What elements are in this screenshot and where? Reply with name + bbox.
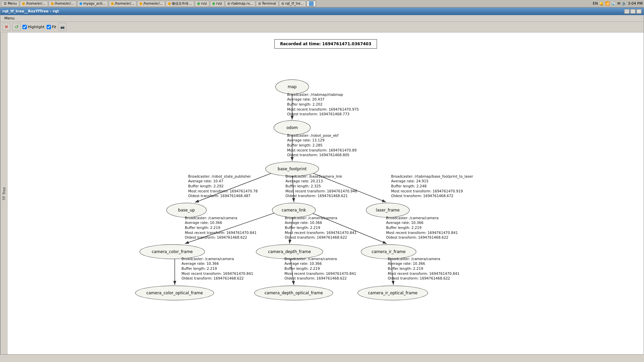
terminal-dot <box>258 2 261 5</box>
bell-icon: 🔔 <box>599 1 604 6</box>
wechat-label: 微信文件传... <box>172 1 192 6</box>
systray: EN 🔔 📶 📡 ✉ 🔊 3:04 PM <box>593 1 643 6</box>
rviz-dot <box>197 2 200 5</box>
file-label: /home/er/... <box>143 2 163 5</box>
rqt-dot <box>281 2 284 5</box>
myagv-dot <box>79 2 82 5</box>
file-dot <box>51 2 54 5</box>
myagv-label: myagv_acti... <box>83 2 106 5</box>
toolbar: ✕ ↺ Highlight Fit 📷 <box>0 22 644 33</box>
highlight-checkbox[interactable] <box>22 25 27 29</box>
rtabmap-label: rtabmap.rv... <box>231 2 253 5</box>
mail-icon: ✉ <box>617 1 620 6</box>
taskbar-rviz1[interactable]: rviz <box>195 1 209 7</box>
info-camera-depth: Broadcaster: /camera/camera Average rate… <box>285 216 357 240</box>
file-dot <box>22 2 25 5</box>
close-button[interactable]: ✕ <box>636 9 642 14</box>
reload-button[interactable]: ↺ <box>12 23 20 31</box>
file-label: /home/er/... <box>26 2 45 5</box>
taskbar-rqt1[interactable]: rqt_tf_tre... <box>279 1 306 7</box>
node-camera-depth-optical-frame[interactable]: camera_depth_optical_frame <box>254 286 333 300</box>
tf-canvas: Recorded at time: 1694761471.0367403 map… <box>74 33 577 334</box>
app-body: TF Tree <box>0 33 644 354</box>
highlight-checkbox-label[interactable]: Highlight <box>22 25 45 29</box>
fit-checkbox-label[interactable]: Fit <box>47 25 56 29</box>
node-odom-label: odom <box>286 125 298 130</box>
info-depth-optical: Broadcaster: /camera/camera Average rate… <box>284 256 356 281</box>
fit-checkbox[interactable] <box>47 25 51 29</box>
menubar: Menu <box>0 15 644 22</box>
file-dot <box>140 2 142 5</box>
minimize-button[interactable]: _ <box>624 9 630 14</box>
info-color-optical: Broadcaster: /camera/camera Average rate… <box>181 256 253 281</box>
snapshot-button[interactable]: 📷 <box>58 23 66 31</box>
window-controls: _ □ ✕ <box>624 9 642 14</box>
node-camera-color-frame-label: camera_color_frame <box>152 249 193 254</box>
window-titlebar: rqt_tf_tree__RosTfTree - rqt _ □ ✕ <box>0 8 644 15</box>
info-base-baseup: Broadcaster: /robot_state_publisher Aver… <box>188 174 258 198</box>
node-base-footprint-label: base_footprint <box>278 167 307 171</box>
menu-label: Menu <box>8 2 17 5</box>
node-camera-ir-optical-frame-label: camera_ir_optical_frame <box>368 291 417 295</box>
node-base-up-label: base_up <box>178 208 195 213</box>
taskbar: ☰ Menu /home/er/... /home/er/... myagv_a… <box>0 0 644 7</box>
rviz-label: rviz <box>216 2 222 5</box>
stop-button[interactable]: ✕ <box>2 23 10 31</box>
info-base-laser: Broadcaster: /rtabmap/base_footprint_to_… <box>391 174 473 198</box>
node-map-label: map <box>288 84 297 89</box>
rqt-label: rqt_tf_tre... <box>285 2 304 5</box>
taskbar-file3[interactable]: /home/er/... <box>109 1 137 7</box>
wechat-dot <box>168 2 171 5</box>
taskbar-myagv[interactable]: myagv_acti... <box>77 1 108 7</box>
file-label: /home/er/... <box>115 2 134 5</box>
terminal-label: Terminal <box>262 2 276 5</box>
rqt-active-icon <box>309 1 314 6</box>
taskbar-menu[interactable]: ☰ Menu <box>1 1 19 7</box>
node-camera-color-optical-frame[interactable]: camera_color_optical_frame <box>135 286 214 300</box>
node-camera-depth-frame-label: camera_depth_frame <box>268 249 311 254</box>
taskbar-file2[interactable]: /home/er/... <box>49 1 76 7</box>
language-indicator: EN <box>593 1 598 6</box>
signal-icon: 📡 <box>611 1 616 6</box>
menu-icon: ☰ <box>4 2 7 5</box>
rviz-label: rviz <box>201 2 207 5</box>
taskbar-file1[interactable]: /home/er/... <box>20 1 48 7</box>
node-camera-ir-optical-frame[interactable]: camera_ir_optical_frame <box>358 286 428 300</box>
taskbar-rviz2[interactable]: rviz <box>210 1 224 7</box>
node-camera-depth-optical-frame-label: camera_depth_optical_frame <box>264 291 323 295</box>
fit-label: Fit <box>52 25 56 29</box>
clock: 3:04 PM <box>628 1 643 6</box>
taskbar-file4[interactable]: /home/er/... <box>137 1 165 7</box>
panel-label-text: TF Tree <box>2 187 6 200</box>
taskbar-wechat[interactable]: 微信文件传... <box>166 1 194 7</box>
taskbar-terminal[interactable]: Terminal <box>256 1 278 7</box>
info-camera-ir: Broadcaster: /camera/camera Average rate… <box>386 216 458 240</box>
wifi-icon: 📶 <box>605 1 610 6</box>
file-dot <box>111 2 114 5</box>
highlight-label: Highlight <box>28 25 45 29</box>
node-laser-frame-label: laser_frame <box>376 208 400 213</box>
info-base-camera: Broadcaster: /base2camera_link Average r… <box>285 174 357 198</box>
recorded-time-text: Recorded at time: 1694761471.0367403 <box>280 42 371 46</box>
window-title: rqt_tf_tree__RosTfTree - rqt <box>2 9 59 13</box>
info-odom-base: Broadcaster: /robot_pose_ekf Average rat… <box>287 133 357 158</box>
node-camera-color-optical-frame-label: camera_color_optical_frame <box>146 291 203 295</box>
file-label: /home/er/... <box>55 2 74 5</box>
app-layout: Menu ✕ ↺ Highlight Fit 📷 TF Tree <box>0 15 644 354</box>
info-map-odom: Broadcaster: /rtabmap/rtabmap Average ra… <box>287 92 359 117</box>
taskbar-rqt-active[interactable] <box>307 1 316 7</box>
menu-item-menu[interactable]: Menu <box>2 15 17 21</box>
volume-icon: 🔊 <box>622 1 627 6</box>
recorded-time-box: Recorded at time: 1694761471.0367403 <box>274 39 377 49</box>
main-window: rqt_tf_tree__RosTfTree - rqt _ □ ✕ Menu … <box>0 7 644 355</box>
rviz-dot <box>212 2 215 5</box>
info-ir-optical: Broadcaster: /camera/camera Average rate… <box>388 256 460 281</box>
node-camera-link-label: camera_link <box>282 208 306 213</box>
taskbar-rtabmap[interactable]: rtabmap.rv... <box>225 1 255 7</box>
panel-label: TF Tree <box>0 33 8 354</box>
node-camera-ir-frame-label: camera_ir_frame <box>372 249 406 254</box>
rtabmap-dot <box>227 2 230 5</box>
info-camera-color: Broadcaster: /camera/camera Average rate… <box>185 216 257 240</box>
content-area[interactable]: Recorded at time: 1694761471.0367403 map… <box>8 33 644 354</box>
maximize-button[interactable]: □ <box>630 9 636 14</box>
